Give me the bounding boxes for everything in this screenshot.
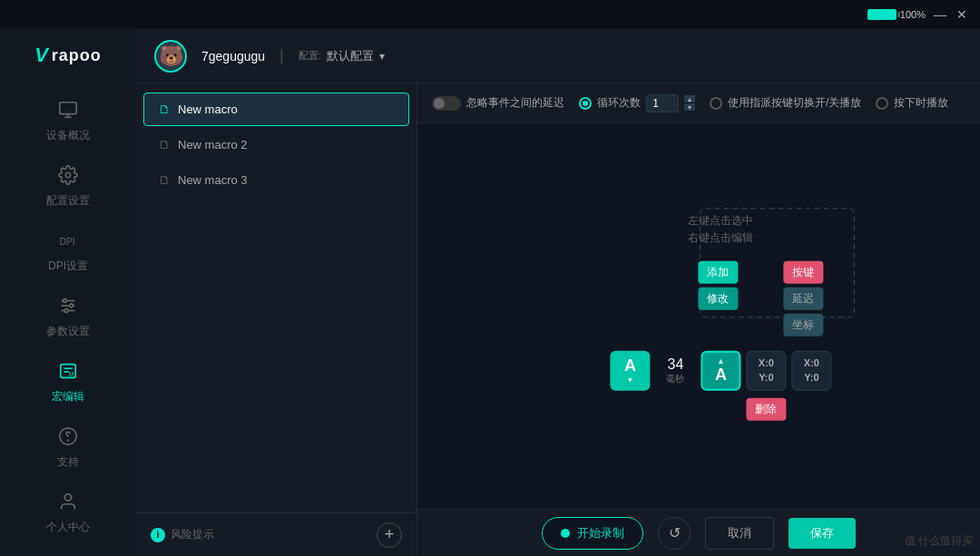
macro-name-2: New macro 2 [178, 138, 248, 151]
press-play-option: 按下时播放 [876, 95, 948, 111]
record-dot-icon [561, 529, 570, 538]
svg-point-9 [70, 304, 74, 307]
reset-icon: ↺ [669, 524, 681, 541]
add-macro-button[interactable]: + [377, 522, 402, 548]
add-action-button[interactable]: 添加 [698, 261, 738, 284]
personal-icon [58, 492, 78, 516]
macro-item-2[interactable]: 🗋 New macro 2 [143, 128, 409, 161]
sidebar-item-device-overview[interactable]: 设备概况 [0, 89, 136, 154]
ignore-delay-toggle[interactable] [432, 96, 461, 111]
coord-label: 坐标 [783, 314, 823, 337]
macro-item-1[interactable]: 🗋 New macro [143, 93, 409, 126]
svg-text:DPI: DPI [60, 237, 75, 247]
macro-icon: M [58, 361, 78, 385]
key-card-coord-1[interactable]: X:0 Y:0 [746, 351, 786, 391]
svg-point-3 [65, 172, 71, 178]
key-card-a-press[interactable]: A ▼ [610, 351, 650, 391]
svg-point-15 [68, 440, 69, 441]
key-label: 按键 [783, 261, 823, 284]
close-button[interactable]: ✕ [955, 7, 969, 22]
param-icon [58, 296, 78, 320]
sidebar-item-personal[interactable]: 个人中心 [0, 481, 136, 546]
macro-canvas-popup: 左键点击选中 右键点击编辑 添加 修改 [610, 211, 831, 420]
loop-count-input[interactable] [646, 94, 679, 112]
dpi-icon: DPI [58, 230, 78, 255]
sidebar-nav: 设备概况 配置设置 DPI DPI设置 [0, 89, 136, 546]
macro-name-1: New macro [178, 102, 238, 116]
key-toggle-radio[interactable] [710, 97, 722, 110]
loop-count-option: 循环次数 ▲ ▼ [579, 94, 695, 112]
key-toggle-label: 使用指派按键切换开/关播放 [728, 95, 861, 111]
delay-label: 延迟 [783, 288, 823, 310]
sidebar-item-macro-edit[interactable]: M 宏编辑 [0, 350, 136, 415]
ignore-delay-label: 忽略事件之间的延迟 [466, 95, 564, 111]
loop-count-up[interactable]: ▲ [684, 95, 695, 102]
support-icon [58, 426, 78, 451]
doc-icon-2: 🗋 [159, 138, 171, 151]
profile-name: 默认配置 [327, 48, 374, 64]
logo-name: rapoo [52, 46, 102, 65]
doc-icon-3: 🗋 [159, 173, 171, 187]
chevron-down-icon: ▾ [379, 50, 385, 63]
header: 🐻 7gegugugu | 配置: 默认配置 ▾ [136, 29, 980, 83]
header-divider: | [279, 46, 284, 65]
options-bar: 忽略事件之间的延迟 循环次数 ▲ ▼ 使用指派按键切换开/关播放 按下时播放 [417, 83, 980, 123]
watermark: 值 什么值得买 [905, 533, 973, 549]
sidebar-item-support[interactable]: 支持 [0, 415, 136, 481]
svg-point-10 [64, 309, 68, 313]
sidebar-item-param-settings[interactable]: 参数设置 [0, 285, 136, 350]
record-label: 开始录制 [577, 525, 624, 541]
battery-indicator: 100% [867, 9, 926, 20]
doc-icon-1: 🗋 [159, 102, 171, 116]
sidebar-label-config-settings: 配置设置 [46, 193, 90, 209]
svg-rect-0 [60, 102, 76, 114]
risk-icon: i [151, 528, 165, 542]
cancel-button[interactable]: 取消 [705, 517, 774, 550]
username-label: 7gegugugu [201, 49, 265, 63]
sidebar-label-device-overview: 设备概况 [46, 128, 90, 143]
sidebar-label-param-settings: 参数设置 [46, 324, 90, 339]
ignore-delay-option: 忽略事件之间的延迟 [432, 95, 564, 111]
left-panel-footer: i 风险提示 + [136, 512, 416, 556]
press-play-radio[interactable] [876, 97, 888, 110]
profile-selector[interactable]: 配置: 默认配置 ▾ [299, 48, 385, 64]
ms-badge: 34 毫秒 [655, 351, 695, 391]
sidebar-label-dpi-settings: DPI设置 [48, 258, 88, 274]
risk-tip: i 风险提示 [151, 527, 214, 542]
sidebar-label-support: 支持 [57, 454, 79, 470]
reset-button[interactable]: ↺ [658, 517, 691, 550]
key-card-a-release[interactable]: ▲ A [701, 351, 740, 391]
loop-count-down[interactable]: ▼ [684, 103, 695, 111]
loop-count-radio[interactable] [579, 97, 592, 110]
record-button[interactable]: 开始录制 [542, 517, 643, 550]
hint-text: 左键点击选中 右键点击编辑 [610, 211, 831, 246]
sidebar-item-config-settings[interactable]: 配置设置 [0, 154, 136, 219]
battery-bar [867, 9, 897, 20]
modify-action-button[interactable]: 修改 [698, 288, 738, 310]
delete-action-button[interactable]: 删除 [746, 398, 786, 421]
battery-percent: 100% [900, 9, 926, 20]
key-card-a-label: A [624, 356, 636, 376]
config-icon [58, 165, 78, 190]
avatar: 🐻 [154, 40, 187, 73]
save-button[interactable]: 保存 [789, 518, 856, 549]
macro-item-3[interactable]: 🗋 New macro 3 [143, 163, 409, 197]
minimize-button[interactable]: — [933, 7, 947, 22]
press-play-label: 按下时播放 [894, 95, 948, 111]
key-card-coord-2[interactable]: X:0 Y:0 [791, 351, 831, 391]
avatar-emoji: 🐻 [159, 44, 183, 68]
ms-number: 34 [667, 356, 683, 373]
macro-list: 🗋 New macro 🗋 New macro 2 🗋 New macro 3 [136, 83, 416, 512]
profile-prefix: 配置: [299, 49, 321, 63]
ms-label: 毫秒 [666, 373, 684, 385]
logo: V rapoo [34, 44, 102, 67]
svg-point-8 [64, 299, 67, 303]
loop-count-label: 循环次数 [597, 95, 641, 111]
canvas-area: 左键点击选中 右键点击编辑 添加 修改 [417, 123, 980, 509]
sidebar-label-personal: 个人中心 [46, 520, 90, 535]
sidebar-item-dpi-settings[interactable]: DPI DPI设置 [0, 219, 136, 285]
monitor-icon [58, 100, 78, 124]
sidebar-footer: ≡ [63, 546, 74, 556]
sidebar-label-macro-edit: 宏编辑 [52, 389, 84, 405]
macro-name-3: New macro 3 [178, 173, 248, 187]
